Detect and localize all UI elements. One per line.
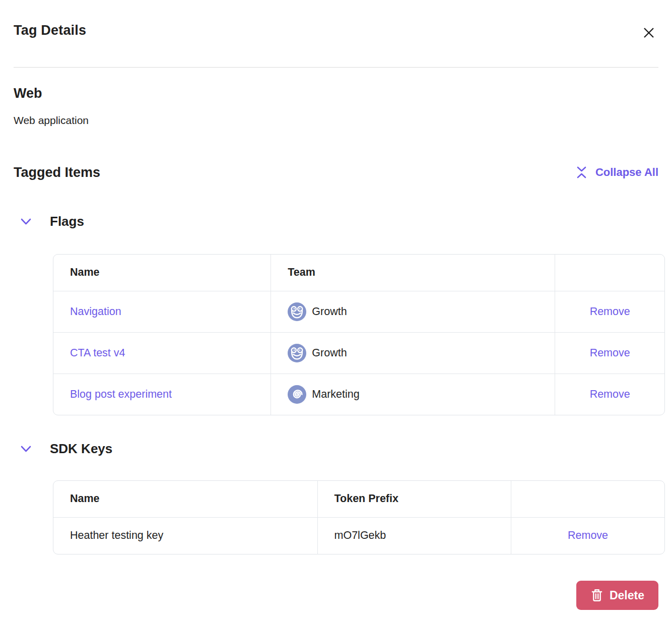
chevron-down-icon — [19, 448, 33, 456]
sdk-column-actions — [511, 481, 664, 517]
sdk-keys-table: Name Token Prefix Heather testing key mO… — [53, 480, 665, 554]
sdk-column-name: Name — [53, 481, 317, 517]
sdk-keys-section-header: SDK Keys — [14, 441, 658, 457]
flag-link[interactable]: CTA test v4 — [70, 347, 125, 359]
remove-flag-link[interactable]: Remove — [590, 347, 630, 359]
flags-column-actions — [555, 255, 664, 291]
sdk-table-header-row: Name Token Prefix — [53, 481, 664, 517]
tag-name: Web — [14, 86, 658, 101]
sdk-column-token-prefix: Token Prefix — [317, 481, 511, 517]
header-divider — [14, 67, 658, 68]
sdk-key-token-prefix: mO7lGekb — [317, 517, 511, 554]
collapse-vertical-icon — [575, 163, 588, 181]
flag-link[interactable]: Navigation — [70, 305, 121, 318]
flags-column-team: Team — [271, 255, 555, 291]
frog-avatar — [288, 344, 306, 362]
table-row: Navigation — [53, 291, 664, 332]
close-button[interactable] — [639, 23, 658, 42]
flags-section-header: Flags — [14, 214, 658, 229]
sdk-keys-collapse-toggle[interactable] — [18, 443, 34, 455]
tagged-items-title: Tagged Items — [14, 165, 100, 180]
modal-footer: Delete — [14, 581, 658, 610]
flags-section-title: Flags — [50, 214, 84, 229]
delete-button-label: Delete — [610, 589, 644, 602]
team-label: Marketing — [312, 388, 359, 401]
sdk-keys-section-title: SDK Keys — [50, 441, 112, 457]
table-row: Heather testing key mO7lGekb Remove — [53, 517, 664, 554]
table-row: Blog post experiment Marketing — [53, 374, 664, 415]
spiral-avatar — [288, 385, 306, 404]
close-icon — [641, 34, 656, 42]
sdk-key-name: Heather testing key — [53, 517, 317, 554]
tagged-items-header: Tagged Items Collapse All — [14, 163, 658, 181]
table-row: CTA test v4 — [53, 332, 664, 374]
flags-collapse-toggle[interactable] — [18, 216, 34, 228]
flags-table-header-row: Name Team — [53, 255, 664, 291]
flag-link[interactable]: Blog post experiment — [70, 388, 172, 400]
modal-header: Tag Details — [14, 0, 658, 42]
tag-description: Web application — [14, 114, 658, 127]
delete-button[interactable]: Delete — [576, 581, 658, 610]
trash-icon — [590, 588, 603, 602]
collapse-all-label: Collapse All — [595, 166, 658, 179]
collapse-all-link[interactable]: Collapse All — [575, 163, 658, 181]
flags-column-name: Name — [53, 255, 271, 291]
team-label: Growth — [312, 347, 347, 359]
remove-sdk-key-link[interactable]: Remove — [568, 529, 608, 541]
modal-title: Tag Details — [14, 22, 86, 38]
remove-flag-link[interactable]: Remove — [590, 388, 630, 400]
remove-flag-link[interactable]: Remove — [590, 305, 630, 318]
chevron-down-icon — [19, 221, 33, 228]
frog-avatar — [288, 302, 306, 321]
team-label: Growth — [312, 305, 347, 318]
flags-table: Name Team Navigation — [53, 254, 665, 415]
tag-details-modal: Tag Details Web Web application Tagged I… — [0, 0, 672, 610]
